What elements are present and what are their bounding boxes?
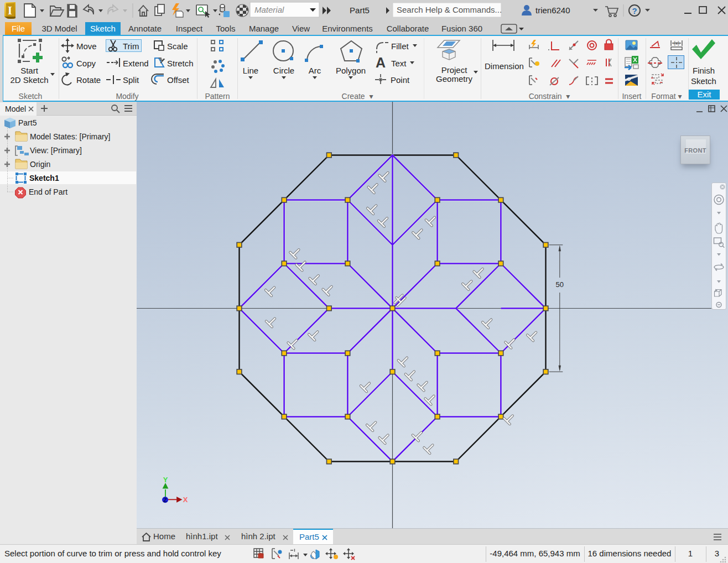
svg-text:(x): (x) [674,40,680,46]
svg-text:X: X [183,496,188,504]
svg-text:End of Part: End of Part [29,187,67,196]
svg-text:50: 50 [556,280,564,289]
svg-text:Z: Z [163,497,167,503]
svg-text:Model States: [Primary]: Model States: [Primary] [30,132,111,141]
svg-text:I: I [8,4,12,17]
svg-text:A: A [376,55,386,70]
svg-text:Origin: Origin [30,160,50,169]
svg-text:Y: Y [163,476,168,484]
svg-text:Material: Material [254,5,284,14]
svg-text:?: ? [632,6,637,15]
svg-text:View: [Primary]: View: [Primary] [30,146,82,155]
svg-text:Part5: Part5 [350,6,370,15]
svg-text:Part5: Part5 [18,118,37,127]
svg-text:Search Help & Commands...: Search Help & Commands... [397,5,502,14]
svg-text:Sketch1: Sketch1 [29,174,59,183]
svg-text:trien6240: trien6240 [535,6,570,15]
